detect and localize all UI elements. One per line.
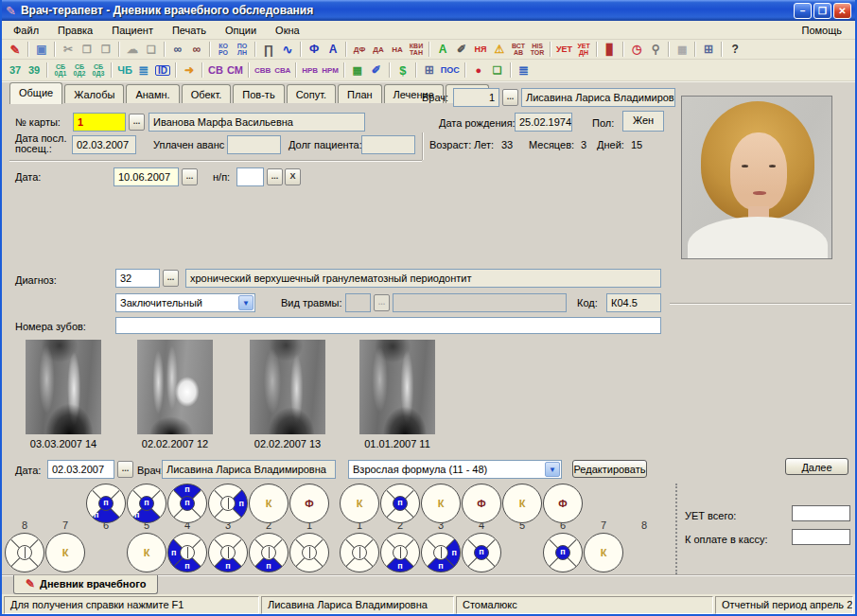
copy-button[interactable]: ❐	[78, 41, 96, 58]
calc-2-button[interactable]: ⊞	[420, 62, 439, 79]
sm-button[interactable]: СМ	[225, 62, 245, 79]
dollar-button[interactable]: $	[394, 62, 412, 79]
card-number-field[interactable]: 1	[73, 113, 126, 132]
nrm-button[interactable]: НРМ	[320, 62, 341, 79]
tooth-lower-3-R[interactable]: п	[208, 533, 248, 572]
bottom-tab-diary[interactable]: ✎ Дневник врачебного	[13, 575, 158, 594]
visit-date-field[interactable]: 10.06.2007	[114, 167, 179, 186]
search-button[interactable]: ∞	[168, 41, 187, 58]
tooth-upper-6-L[interactable]: Ф	[543, 484, 583, 523]
np-field[interactable]	[236, 167, 264, 186]
icd-code-field[interactable]: К04.5	[606, 293, 661, 312]
close-button[interactable]: ✕	[833, 3, 851, 19]
xray-image-3[interactable]	[250, 340, 325, 434]
tooth-lower-5-R[interactable]: К	[127, 533, 166, 572]
tab-повть[interactable]: Пов-ть	[233, 84, 284, 103]
tooth-lower-2-L[interactable]: п	[380, 533, 420, 572]
menu-item-печать[interactable]: Печать	[163, 22, 216, 39]
tooth-upper-1-R[interactable]: Ф	[289, 484, 329, 523]
na-button[interactable]: НА	[388, 41, 407, 58]
tab-общие[interactable]: Общие	[9, 82, 62, 104]
diagnosis-number-field[interactable]: 32	[115, 269, 160, 288]
edit-button[interactable]: Редактировать	[572, 460, 647, 478]
tooth-upper-2-R[interactable]: К	[249, 484, 289, 523]
tree-button[interactable]: ≣	[134, 62, 153, 79]
pencil-blue-button[interactable]: ✐	[367, 62, 386, 79]
visit-date-browse-button[interactable]: ...	[182, 168, 198, 185]
tab-анамн[interactable]: Анамн.	[126, 84, 179, 103]
a-letter-button[interactable]: А	[324, 41, 342, 58]
doctor-name-field[interactable]: Лисавина Лариса Владимировна	[521, 88, 675, 107]
sv-button[interactable]: СВ	[206, 62, 225, 79]
key-button[interactable]: ⚲	[646, 41, 665, 58]
exam-date-field[interactable]: 02.03.2007	[47, 460, 114, 479]
clock-button[interactable]: ◷	[627, 41, 646, 58]
tab-сопут[interactable]: Сопут.	[287, 84, 336, 103]
tooth-upper-4-R[interactable]: пп	[167, 484, 207, 523]
diagnosis-type-dropdown[interactable]: Заключительный ▼	[115, 293, 255, 312]
chb-button[interactable]: ЧБ	[115, 62, 134, 79]
tooth-lower-4-R[interactable]: пп	[167, 533, 207, 572]
chevron-down-icon[interactable]: ▼	[545, 462, 560, 477]
tooth-lower-2-R[interactable]: п	[249, 533, 289, 572]
wave-button[interactable]: ∿	[278, 41, 297, 58]
id-badge-button[interactable]: ID	[153, 62, 172, 79]
sb-od1-button[interactable]: СБ0Д1	[51, 62, 70, 79]
menu-item-опции[interactable]: Опции	[216, 22, 266, 39]
tab-обект[interactable]: Обект.	[182, 84, 232, 103]
diagnosis-browse-button[interactable]: ...	[163, 270, 179, 287]
uet-dn-button[interactable]: УЕТДН	[574, 41, 593, 58]
menu-item-пациент[interactable]: Пациент	[102, 22, 163, 39]
cherry-button[interactable]: ●	[469, 62, 488, 79]
tooth-lower-1-R[interactable]	[289, 533, 329, 572]
teeth-numbers-field[interactable]	[115, 317, 661, 334]
edit-pen-button[interactable]: ✎	[6, 41, 25, 58]
df-button[interactable]: ДФ	[350, 41, 369, 58]
grid-gray-button[interactable]: ▦	[673, 41, 691, 58]
vstav-button[interactable]: ВСТАВ	[509, 41, 528, 58]
next-button[interactable]: Далее	[785, 458, 848, 475]
paste-button[interactable]: ❒	[96, 41, 115, 58]
tooth-gray-button[interactable]: ☁	[123, 41, 142, 58]
tooth-lower-6-L[interactable]: п	[543, 533, 583, 572]
sva-button[interactable]: СВА	[272, 62, 292, 79]
warning-button[interactable]: ⚠	[490, 41, 509, 58]
menu-item-файл[interactable]: Файл	[4, 22, 48, 39]
menu-item-окна[interactable]: Окна	[266, 22, 309, 39]
tooth-lower-1-L[interactable]	[340, 533, 379, 572]
po-ln-button[interactable]: ПОЛН	[233, 41, 252, 58]
tooth-upper-1-L[interactable]: К	[340, 484, 379, 523]
save-button[interactable]: ▣	[32, 41, 51, 58]
page-gray-button[interactable]: ❑	[142, 41, 161, 58]
xray-image-1[interactable]	[26, 340, 101, 434]
tooth-upper-5-R[interactable]: пп	[127, 484, 166, 523]
uet-button[interactable]: УЕТ	[554, 41, 574, 58]
sb-od3-button[interactable]: СБ0Д3	[89, 62, 108, 79]
da-button[interactable]: ДА	[369, 41, 388, 58]
screen-green-button[interactable]: ▦	[348, 62, 367, 79]
diagnosis-text-field[interactable]: хронический верхушечный гранулематозный …	[185, 269, 661, 288]
doctor-browse-button[interactable]: ...	[502, 89, 518, 106]
pos-button[interactable]: ПОС	[439, 62, 462, 79]
doctor-number-field[interactable]: 1	[453, 88, 499, 107]
tooth-lower-3-L[interactable]: пп	[421, 533, 461, 572]
tooth-upper-6-R[interactable]: пп	[86, 484, 126, 523]
menu-item-правка[interactable]: Правка	[48, 22, 102, 39]
formula-dropdown[interactable]: Взрослая формула (11 - 48) ▼	[348, 460, 562, 479]
n37-button[interactable]: 37	[6, 62, 25, 79]
convert-ab-button[interactable]: ➜	[180, 62, 199, 79]
sb-od2-button[interactable]: СБ0Д2	[70, 62, 89, 79]
tooth-lower-4-L[interactable]: п	[462, 533, 501, 572]
tooth-upper-3-R[interactable]: п	[208, 484, 248, 523]
search-add-button[interactable]: ∞	[187, 41, 206, 58]
minimize-button[interactable]: –	[794, 3, 812, 19]
draw-button[interactable]: ✐	[452, 41, 471, 58]
book-red-button[interactable]: ▊	[601, 41, 620, 58]
card-browse-button[interactable]: ...	[129, 114, 145, 131]
calculator-button[interactable]: ⊞	[699, 41, 718, 58]
f-letter-button[interactable]: Ф	[305, 41, 324, 58]
chart-splitter[interactable]	[675, 484, 677, 574]
tooth-upper-4-L[interactable]: Ф	[462, 484, 501, 523]
nrv-button[interactable]: НРВ	[300, 62, 320, 79]
ko-ro-button[interactable]: КОРО	[214, 41, 233, 58]
